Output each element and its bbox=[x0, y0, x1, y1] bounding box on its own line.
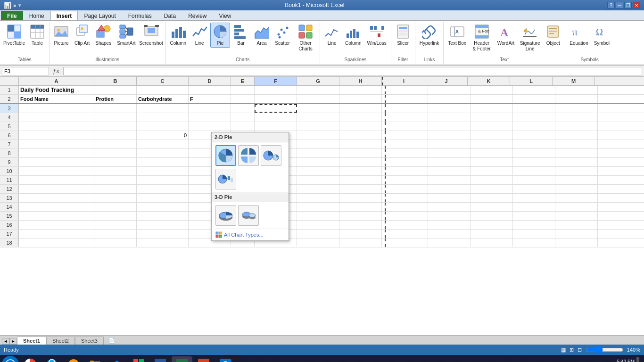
cell-a7[interactable] bbox=[19, 140, 94, 148]
clip-art-button[interactable]: Clip Art bbox=[72, 23, 92, 48]
cell-m9[interactable] bbox=[555, 158, 598, 166]
taskbar-explorer[interactable] bbox=[85, 356, 106, 362]
cell-i8[interactable] bbox=[386, 149, 428, 157]
cell-d4[interactable] bbox=[189, 113, 231, 122]
hscrollbar[interactable] bbox=[118, 336, 644, 345]
cell-h15[interactable] bbox=[339, 212, 382, 220]
cell-g14[interactable] bbox=[297, 203, 339, 211]
cell-i13[interactable] bbox=[386, 194, 428, 202]
cell-l14[interactable] bbox=[513, 203, 555, 211]
cell-c8[interactable] bbox=[137, 149, 189, 157]
pie-3d-exploded-btn[interactable] bbox=[238, 205, 259, 226]
picture-button[interactable]: Picture bbox=[51, 23, 71, 48]
cell-b1[interactable] bbox=[94, 86, 137, 94]
sparkline-line-button[interactable]: Line bbox=[322, 23, 342, 48]
column-chart-button[interactable]: Column bbox=[168, 23, 189, 48]
cell-m15[interactable] bbox=[555, 212, 598, 220]
cell-k5[interactable] bbox=[471, 122, 513, 131]
cell-c10[interactable] bbox=[137, 167, 189, 175]
cell-a17[interactable] bbox=[19, 230, 94, 238]
cell-g9[interactable] bbox=[297, 158, 339, 166]
cell-j17[interactable] bbox=[428, 230, 471, 238]
cell-c14[interactable] bbox=[137, 203, 189, 211]
cell-e1[interactable] bbox=[231, 86, 255, 94]
cell-b2[interactable]: Protien bbox=[94, 95, 137, 103]
cell-b9[interactable] bbox=[94, 158, 137, 166]
cell-g6[interactable] bbox=[297, 131, 339, 140]
cell-m2[interactable] bbox=[555, 95, 598, 103]
formula-input[interactable] bbox=[63, 67, 642, 75]
cell-l12[interactable] bbox=[513, 185, 555, 193]
cell-a14[interactable] bbox=[19, 203, 94, 211]
page-break-view-btn[interactable]: ⊟ bbox=[578, 347, 582, 353]
cell-h4[interactable] bbox=[339, 113, 382, 122]
tab-view[interactable]: View bbox=[213, 11, 238, 20]
cell-d5[interactable] bbox=[189, 122, 231, 131]
prev-sheet-btn[interactable]: ◄ bbox=[2, 338, 9, 345]
tab-home[interactable]: Home bbox=[23, 11, 50, 20]
cell-l8[interactable] bbox=[513, 149, 555, 157]
taskbar-chrome[interactable] bbox=[20, 356, 41, 362]
cell-c11[interactable] bbox=[137, 176, 189, 184]
sheet-tab-sheet2[interactable]: Sheet2 bbox=[46, 337, 75, 345]
cell-l16[interactable] bbox=[513, 221, 555, 229]
taskbar-ie[interactable] bbox=[41, 356, 62, 362]
cell-k4[interactable] bbox=[471, 113, 513, 122]
cell-b10[interactable] bbox=[94, 167, 137, 175]
cell-c7[interactable] bbox=[137, 140, 189, 148]
col-header-m[interactable]: M bbox=[553, 77, 595, 85]
cell-h13[interactable] bbox=[339, 194, 382, 202]
wordart-button[interactable]: A WordArt bbox=[495, 23, 517, 48]
symbol-button[interactable]: Ω Symbol bbox=[592, 23, 612, 48]
cell-l13[interactable] bbox=[513, 194, 555, 202]
cell-h1[interactable] bbox=[339, 86, 382, 94]
cell-j4[interactable] bbox=[428, 113, 471, 122]
tab-review[interactable]: Review bbox=[182, 11, 213, 20]
cell-g10[interactable] bbox=[297, 167, 339, 175]
table-button[interactable]: Table bbox=[27, 23, 47, 48]
other-charts-button[interactable]: Other Charts bbox=[293, 23, 318, 53]
cell-m5[interactable] bbox=[555, 122, 598, 131]
taskbar-dropbox[interactable] bbox=[107, 356, 127, 362]
pivot-table-button[interactable]: PivotTable bbox=[2, 23, 26, 48]
cell-j14[interactable] bbox=[428, 203, 471, 211]
cell-k7[interactable] bbox=[471, 140, 513, 148]
cell-b7[interactable] bbox=[94, 140, 137, 148]
row-num-2[interactable]: 2 bbox=[0, 95, 19, 103]
cell-j16[interactable] bbox=[428, 221, 471, 229]
cell-k8[interactable] bbox=[471, 149, 513, 157]
cell-h16[interactable] bbox=[339, 221, 382, 229]
row-num-10[interactable]: 10 bbox=[0, 167, 19, 175]
cell-h7[interactable] bbox=[339, 140, 382, 148]
cell-k6[interactable] bbox=[471, 131, 513, 140]
cell-e3[interactable] bbox=[231, 104, 255, 113]
start-button[interactable]: ⊞ bbox=[2, 356, 19, 362]
row-num-18[interactable]: 18 bbox=[0, 239, 19, 247]
row-num-17[interactable]: 17 bbox=[0, 230, 19, 238]
cell-e4[interactable] bbox=[231, 113, 255, 122]
taskbar-firefox[interactable] bbox=[63, 356, 84, 362]
cell-b17[interactable] bbox=[94, 230, 137, 238]
cell-i7[interactable] bbox=[386, 140, 428, 148]
cell-c13[interactable] bbox=[137, 194, 189, 202]
cell-g12[interactable] bbox=[297, 185, 339, 193]
cell-i10[interactable] bbox=[386, 167, 428, 175]
cell-j2[interactable] bbox=[428, 95, 471, 103]
cell-a3[interactable] bbox=[19, 104, 94, 113]
col-header-h[interactable]: H bbox=[339, 77, 382, 85]
cell-i5[interactable] bbox=[386, 122, 428, 131]
cell-a18[interactable] bbox=[19, 239, 94, 247]
pie-exploded-btn[interactable] bbox=[238, 145, 259, 166]
cell-b4[interactable] bbox=[94, 113, 137, 122]
cell-a12[interactable] bbox=[19, 185, 94, 193]
cell-c16[interactable] bbox=[137, 221, 189, 229]
cell-c5[interactable] bbox=[137, 122, 189, 131]
cell-c18[interactable] bbox=[137, 239, 189, 247]
cell-h17[interactable] bbox=[339, 230, 382, 238]
cell-a6[interactable] bbox=[19, 131, 94, 140]
cell-e5[interactable] bbox=[231, 122, 255, 131]
cell-b16[interactable] bbox=[94, 221, 137, 229]
cell-b13[interactable] bbox=[94, 194, 137, 202]
row-num-9[interactable]: 9 bbox=[0, 158, 19, 166]
row-num-4[interactable]: 4 bbox=[0, 113, 19, 122]
